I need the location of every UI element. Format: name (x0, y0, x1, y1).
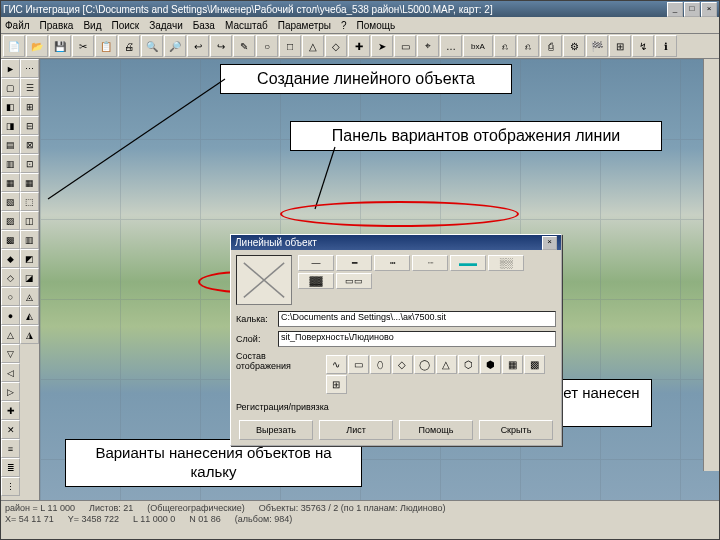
palette-btn[interactable]: ► (1, 59, 20, 78)
sloi-input[interactable]: sit_Поверхность\Людиново (278, 331, 556, 347)
palette-btn[interactable]: ◭ (20, 306, 39, 325)
tool-redo-icon[interactable]: ↪ (210, 35, 232, 57)
maximize-button[interactable]: □ (684, 2, 700, 17)
tool-diamond-icon[interactable]: ◇ (325, 35, 347, 57)
palette-btn[interactable]: ▢ (1, 78, 20, 97)
palette-btn[interactable]: ▷ (1, 382, 20, 401)
palette-btn[interactable]: ▥ (20, 230, 39, 249)
menu-file[interactable]: Файл (5, 20, 30, 31)
tool-box-icon[interactable]: ▭ (394, 35, 416, 57)
palette-btn[interactable]: ⊟ (20, 116, 39, 135)
palette-btn[interactable]: ◫ (20, 211, 39, 230)
palette-btn[interactable]: ▩ (1, 230, 20, 249)
palette-btn[interactable]: ⊡ (20, 154, 39, 173)
tool-save-icon[interactable]: 💾 (49, 35, 71, 57)
object-type-icon[interactable]: ◯ (414, 355, 435, 374)
dialog-close-button[interactable]: × (542, 236, 557, 250)
menu-help[interactable]: Помощь (357, 20, 396, 31)
palette-btn[interactable]: ◩ (20, 249, 39, 268)
palette-btn[interactable]: ◬ (20, 287, 39, 306)
palette-btn[interactable]: ≣ (1, 458, 20, 477)
palette-btn[interactable]: ◇ (1, 268, 20, 287)
kalka-input[interactable]: C:\Documents and Settings\...\ак\7500.si… (278, 311, 556, 327)
sheet-button[interactable]: Лист (319, 420, 393, 440)
object-type-icon[interactable]: ⬯ (370, 355, 391, 374)
map-canvas[interactable]: Создание линейного объекта Панель вариан… (40, 59, 719, 505)
tool-print-icon[interactable]: 🖨 (118, 35, 140, 57)
object-type-icon[interactable]: ∿ (326, 355, 347, 374)
tool-info-icon[interactable]: ℹ (655, 35, 677, 57)
tool-export-icon[interactable]: ⎙ (540, 35, 562, 57)
line-style-option[interactable]: ━ (336, 255, 372, 271)
palette-btn[interactable]: ✕ (1, 420, 20, 439)
tool-zoomout-icon[interactable]: 🔎 (164, 35, 186, 57)
cut-button[interactable]: Вырезать (239, 420, 313, 440)
menu-params[interactable]: Параметры (278, 20, 331, 31)
line-style-option[interactable]: ░░ (488, 255, 524, 271)
line-style-option[interactable]: ┅ (374, 255, 410, 271)
menu-base[interactable]: База (193, 20, 215, 31)
object-type-icon[interactable]: ▩ (524, 355, 545, 374)
palette-btn[interactable]: ⋮ (1, 477, 20, 496)
palette-btn[interactable]: ▧ (1, 192, 20, 211)
palette-btn[interactable]: ≡ (1, 439, 20, 458)
object-type-icon[interactable]: ◇ (392, 355, 413, 374)
tool-new-icon[interactable]: 📄 (3, 35, 25, 57)
palette-btn[interactable]: ◧ (1, 97, 20, 116)
line-style-option[interactable]: ▬▬ (450, 255, 486, 271)
palette-btn[interactable]: ☰ (20, 78, 39, 97)
tool-flag-icon[interactable]: 🏁 (586, 35, 608, 57)
palette-btn[interactable]: ▦ (20, 173, 39, 192)
palette-btn[interactable]: ⊠ (20, 135, 39, 154)
palette-btn[interactable]: ✚ (1, 401, 20, 420)
tool-gear-icon[interactable]: ⚙ (563, 35, 585, 57)
palette-btn[interactable]: ▦ (1, 173, 20, 192)
tool-undo-icon[interactable]: ↩ (187, 35, 209, 57)
menu-view[interactable]: Вид (83, 20, 101, 31)
palette-btn[interactable]: ⬚ (20, 192, 39, 211)
tool-u2-icon[interactable]: ⎌ (517, 35, 539, 57)
palette-btn[interactable]: ◮ (20, 325, 39, 344)
tool-u1-icon[interactable]: ⎌ (494, 35, 516, 57)
tool-paste-icon[interactable]: 📋 (95, 35, 117, 57)
object-type-icon[interactable]: ⬢ (480, 355, 501, 374)
tool-bolt-icon[interactable]: ↯ (632, 35, 654, 57)
palette-btn[interactable]: ▥ (1, 154, 20, 173)
palette-btn[interactable]: ● (1, 306, 20, 325)
palette-btn[interactable]: ▤ (1, 135, 20, 154)
tool-plus-icon[interactable]: ✚ (348, 35, 370, 57)
vertical-scrollbar[interactable] (703, 59, 719, 471)
tool-bxa-icon[interactable]: bxA (463, 35, 493, 57)
palette-btn[interactable]: ◆ (1, 249, 20, 268)
tool-zoomin-icon[interactable]: 🔍 (141, 35, 163, 57)
menu-edit[interactable]: Правка (40, 20, 74, 31)
minimize-button[interactable]: _ (667, 2, 683, 17)
palette-btn[interactable]: ◁ (1, 363, 20, 382)
tool-target-icon[interactable]: ⌖ (417, 35, 439, 57)
menu-scale[interactable]: Масштаб (225, 20, 268, 31)
tool-more-icon[interactable]: … (440, 35, 462, 57)
tool-arrow-icon[interactable]: ➤ (371, 35, 393, 57)
object-type-icon[interactable]: ▭ (348, 355, 369, 374)
object-type-icon[interactable]: ⊞ (326, 375, 347, 394)
line-style-option[interactable]: ┈ (412, 255, 448, 271)
tool-cut-icon[interactable]: ✂ (72, 35, 94, 57)
palette-btn[interactable]: ⊞ (20, 97, 39, 116)
hide-button[interactable]: Скрыть (479, 420, 553, 440)
tool-tri-icon[interactable]: △ (302, 35, 324, 57)
tool-circle-icon[interactable]: ○ (256, 35, 278, 57)
help-button[interactable]: Помощь (399, 420, 473, 440)
palette-btn[interactable]: ○ (1, 287, 20, 306)
menu-search[interactable]: Поиск (111, 20, 139, 31)
dialog-titlebar[interactable]: Линейный объект × (231, 235, 561, 250)
palette-btn[interactable]: ◨ (1, 116, 20, 135)
close-button[interactable]: × (701, 2, 717, 17)
menu-help-q[interactable]: ? (341, 20, 347, 31)
tool-rect-icon[interactable]: □ (279, 35, 301, 57)
line-style-option[interactable]: — (298, 255, 334, 271)
line-style-option[interactable]: ▭▭ (336, 273, 372, 289)
object-type-icon[interactable]: ▦ (502, 355, 523, 374)
tool-open-icon[interactable]: 📂 (26, 35, 48, 57)
palette-btn[interactable]: ◪ (20, 268, 39, 287)
object-type-icon[interactable]: △ (436, 355, 457, 374)
